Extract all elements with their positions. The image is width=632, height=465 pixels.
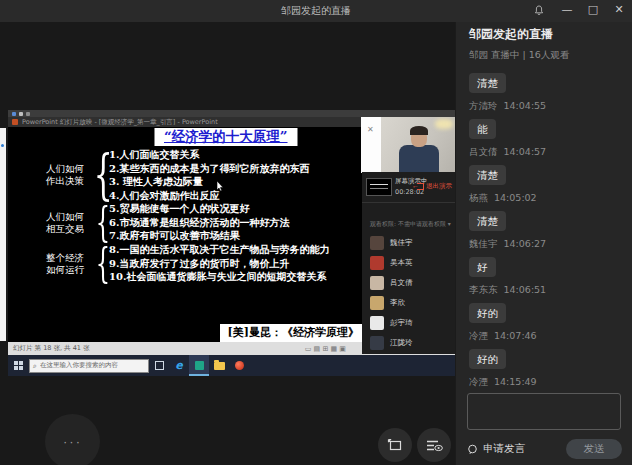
list-eye-icon [426,439,443,452]
message-sender: 冷湮 [469,376,488,387]
start-button-icon [14,361,24,371]
message-bubble: 清楚 [469,73,506,93]
chat-message: 冷湮14:15:49 会计里面也要考虑机会成本 [469,376,620,388]
file-explorer-icon [209,355,229,376]
avatar [370,256,384,270]
presenter-webcam-video [381,117,455,173]
chat-message: 清楚 [469,72,620,93]
member-name: 彭宇琦 [390,318,413,328]
chat-message: 方清玲14:04:55 能 [469,100,620,139]
avatar [370,236,384,250]
exit-presentation-button[interactable]: 退出演示 [417,182,452,191]
send-button[interactable]: 发送 [566,439,622,459]
edge-browser-icon: e [169,355,189,376]
ppt-quick-access-toolbar [8,110,455,117]
chat-message: 李东东14:06:51 好的 [469,284,620,323]
message-time: 14:06:27 [504,238,547,249]
presenter-hair [410,126,428,135]
chat-message: 吕文倩14:04:57 清楚 [469,146,620,185]
message-sender: 冷湮 [469,330,488,341]
message-meta: 吕文倩14:04:57 [469,146,620,159]
chat-message: 魏佳宇14:06:27 好 [469,238,620,277]
member-row[interactable]: 彭宇琦 [362,313,455,333]
member-name: 吕文倩 [390,278,413,288]
group-label: 人们如何 相互交易 [46,211,98,235]
member-row[interactable]: 吴本英 [362,253,455,273]
maximize-button[interactable]: □ [586,3,600,17]
member-name: 江陇玲 [390,338,413,348]
member-row[interactable]: 李欣 [362,293,455,313]
group-label: 整个经济 如何运行 [46,252,98,276]
group-brace: { [98,148,109,202]
switch-presentation-button[interactable] [378,428,412,462]
chat-message: 冷湮14:07:46 好的 [469,330,620,369]
message-meta: 方清玲14:04:55 [469,100,620,113]
panel-tabs [362,203,455,218]
group-brace: { [98,202,109,243]
close-button[interactable]: ✕ [612,3,626,17]
group-label: 人们如何 作出决策 [46,163,98,187]
member-name: 魏佳宇 [390,238,413,248]
apply-to-speak-label: 申请发言 [483,442,525,456]
window-titlebar: 邹园发起的直播 — □ ✕ [0,0,632,22]
background-window-edge [0,128,6,341]
message-time: 14:06:51 [504,284,547,295]
chat-input[interactable] [467,393,621,430]
more-options-button[interactable]: ··· [45,414,100,465]
message-sender: 魏佳宇 [469,238,498,249]
chat-sidebar: 邹园发起的直播 邹园 直播中 | 16人观看 清楚 方清玲14:04:55 能 … [455,0,632,465]
stream-title: 邹园发起的直播 [469,26,620,43]
avatar [370,316,384,330]
qat-icon [26,112,30,116]
slide-title: “经济学的十大原理” [154,128,298,146]
active-app-icon [189,355,209,376]
group-brace: { [98,243,109,284]
live-stream-app-window: 邹园发起的直播 — □ ✕ PowerPoint 幻灯片放映 - [微观经济学_… [0,0,632,465]
background-window-icon [1,144,4,147]
qat-icon [12,112,16,116]
apply-to-speak-button[interactable]: 申请发言 [467,442,525,456]
message-sender: 吕文倩 [469,146,498,157]
search-icon: ⌕ [33,362,37,370]
message-time: 14:04:57 [504,146,547,157]
live-control-panel: 屏幕演示中 00:28:02 退出演示 观看权限: 不需申请观看权限 ▾ 魏佳宇… [362,172,455,354]
member-row[interactable]: 江陇玲 [362,333,455,353]
task-view-icon [149,355,169,376]
slide-counter: 幻灯片 第 18 张, 共 41 张 [13,344,305,353]
message-sender: 杨燕 [469,192,488,203]
exit-presentation-label: 退出演示 [426,182,452,191]
message-bubble: 清楚 [469,165,506,185]
message-meta: 冷湮14:15:49 [469,376,620,388]
avatar [370,296,384,310]
taskbar-search-box: ⌕ 在这里输入你要搜索的内容 [29,359,149,373]
message-meta: 冷湮14:07:46 [469,330,620,343]
ppt-view-icons: ▭ ▤ ⊞ ▦ ▣ [305,345,346,353]
message-bubble: 好 [469,257,496,277]
message-time: 14:15:49 [494,376,537,387]
permission-note: 观看权限: 不需申请观看权限 ▾ [362,218,455,233]
pin-notification-icon[interactable] [534,5,548,16]
member-row[interactable]: 吕文倩 [362,273,455,293]
minimize-button[interactable]: — [560,3,574,17]
message-time: 14:07:46 [494,330,537,341]
stream-status: 邹园 直播中 | 16人观看 [469,49,620,62]
chat-message-list[interactable]: 清楚 方清玲14:04:55 能 吕文倩14:04:57 清楚 杨燕14:05:… [469,72,620,388]
message-meta: 魏佳宇14:06:27 [469,238,620,251]
message-sender: 方清玲 [469,100,498,111]
message-bubble: 好的 [469,349,506,369]
share-status-row: 屏幕演示中 00:28:02 退出演示 [362,172,455,201]
present-screen-icon [387,438,403,452]
toggle-member-panel-button[interactable] [417,428,451,462]
exit-icon [417,183,424,190]
member-name: 吴本英 [390,258,413,268]
speak-bubble-icon [467,444,478,455]
avatar [370,336,384,350]
share-duration: 00:28:02 [395,188,414,196]
message-bubble: 好的 [469,303,506,323]
member-list: 魏佳宇 吴本英 吕文倩 李欣 彭宇琦 江陇玲 杨燕 肖梦怡 [362,233,455,354]
member-row[interactable]: 魏佳宇 [362,233,455,253]
member-row[interactable]: 杨燕 [362,353,455,354]
avatar [370,276,384,290]
windows-taskbar: ⌕ 在这里输入你要搜索的内容 e [8,355,455,376]
popup-close-icon[interactable]: ✕ [367,125,374,134]
